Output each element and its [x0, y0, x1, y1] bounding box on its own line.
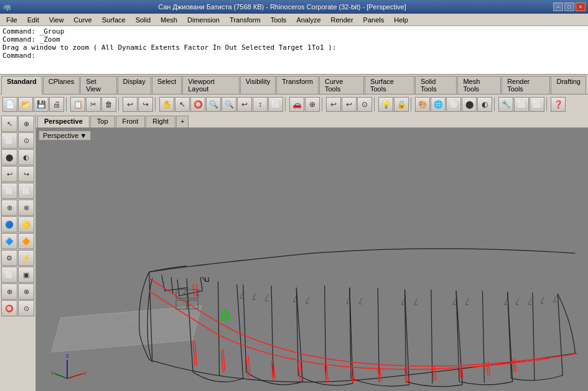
- toolbar-tab-surface-tools[interactable]: Surface Tools: [365, 76, 414, 94]
- left-toolbar-btn-10-1[interactable]: ⊗: [18, 283, 34, 300]
- toolbar-button-13[interactable]: ↖: [175, 97, 190, 112]
- close-button[interactable]: ×: [576, 2, 586, 11]
- menu-item-dimension[interactable]: Dimension: [182, 15, 225, 25]
- svg-text:X: X: [83, 370, 86, 376]
- left-toolbar-btn-2-0[interactable]: ⬤: [1, 149, 17, 165]
- toolbar-button-12[interactable]: ✋: [159, 97, 174, 112]
- toolbar-tab-cplanes[interactable]: CPlanes: [43, 76, 80, 94]
- left-toolbar-btn-11-0[interactable]: ⭕: [1, 300, 17, 316]
- menu-item-tools[interactable]: Tools: [266, 15, 292, 25]
- toolbar-button-24[interactable]: ↩: [326, 97, 341, 112]
- toolbar-button-37[interactable]: 🔧: [498, 97, 513, 112]
- left-toolbar-btn-1-1[interactable]: ⊙: [18, 132, 34, 149]
- toolbar-button-31[interactable]: 🎨: [415, 97, 430, 112]
- menu-item-transform[interactable]: Transform: [225, 15, 266, 25]
- viewport-tab-right[interactable]: Right: [146, 116, 175, 127]
- left-toolbar-btn-9-1[interactable]: ▣: [18, 267, 34, 283]
- menu-item-render[interactable]: Render: [326, 15, 358, 25]
- toolbar-tab-set-view[interactable]: Set View: [80, 76, 116, 94]
- left-toolbar-btn-6-1[interactable]: 🟡: [18, 216, 34, 232]
- left-toolbar-btn-5-1[interactable]: ⊗: [18, 200, 34, 216]
- toolbar-tab-select[interactable]: Select: [152, 76, 182, 94]
- toolbar-tab-visibility[interactable]: Visibility: [240, 76, 276, 94]
- toolbar-button-5[interactable]: 📋: [70, 97, 85, 112]
- left-toolbar-btn-3-0[interactable]: ↩: [1, 166, 17, 182]
- left-toolbar-btn-3-1[interactable]: ↪: [18, 166, 34, 182]
- left-toolbar-btn-0-0[interactable]: ↖: [1, 116, 17, 132]
- toolbar-button-41[interactable]: ❓: [551, 97, 566, 112]
- left-toolbar-btn-2-1[interactable]: ◐: [18, 149, 34, 165]
- left-toolbar-btn-8-0[interactable]: ⚙: [1, 250, 17, 266]
- toolbar-tab-render-tools[interactable]: Render Tools: [502, 76, 550, 94]
- viewport-tab-add[interactable]: +: [176, 116, 189, 127]
- viewport-tab-top[interactable]: Top: [90, 116, 115, 127]
- menu-item-panels[interactable]: Panels: [358, 15, 390, 25]
- toolbar-button-16[interactable]: 🔍: [222, 97, 236, 112]
- left-toolbar-btn-7-1[interactable]: 🔶: [18, 233, 34, 249]
- viewport-tab-front[interactable]: Front: [116, 116, 146, 127]
- toolbar-button-9[interactable]: ↩: [123, 97, 138, 112]
- viewport-canvas[interactable]: Perspective ▼: [36, 128, 588, 391]
- left-toolbar-btn-9-0[interactable]: ⬜: [1, 267, 17, 283]
- toolbar-button-34[interactable]: ⬤: [462, 97, 477, 112]
- toolbar-button-15[interactable]: 🔍: [206, 97, 221, 112]
- maximize-button[interactable]: □: [564, 2, 574, 11]
- menu-item-surface[interactable]: Surface: [97, 15, 131, 25]
- toolbar-button-39[interactable]: ⬜: [530, 97, 544, 112]
- axis-indicator: Z X Y: [49, 347, 86, 385]
- left-toolbar-btn-5-0[interactable]: ⊕: [1, 200, 17, 216]
- toolbar-button-25[interactable]: ↩: [342, 97, 357, 112]
- minimize-button[interactable]: −: [553, 2, 563, 11]
- toolbar-button-7[interactable]: 🗑: [101, 97, 116, 112]
- toolbar-button-18[interactable]: ↕: [253, 97, 268, 112]
- left-toolbar-btn-10-0[interactable]: ⊕: [1, 283, 17, 300]
- menu-item-analyze[interactable]: Analyze: [291, 15, 325, 25]
- menu-item-solid[interactable]: Solid: [131, 15, 156, 25]
- toolbar-button-2[interactable]: 💾: [34, 97, 49, 112]
- toolbar-button-10[interactable]: ↪: [138, 97, 153, 112]
- toolbar-button-3[interactable]: 🖨: [49, 97, 64, 112]
- toolbar-button-26[interactable]: ⊙: [357, 97, 372, 112]
- toolbar-tab-curve-tools[interactable]: Curve Tools: [319, 76, 364, 94]
- toolbar-tab-transform[interactable]: Transform: [276, 76, 319, 94]
- menu-item-curve[interactable]: Curve: [68, 15, 96, 25]
- toolbar-button-6[interactable]: ✂: [86, 97, 101, 112]
- toolbar-button-1[interactable]: 📂: [18, 97, 33, 112]
- left-toolbar-btn-4-1[interactable]: ⬜: [18, 183, 34, 199]
- toolbar-button-38[interactable]: ⬜: [514, 97, 529, 112]
- toolbar-tab-solid-tools[interactable]: Solid Tools: [415, 76, 457, 94]
- left-toolbar-btn-7-0[interactable]: 🔷: [1, 233, 17, 249]
- viewport-label[interactable]: Perspective ▼: [39, 131, 91, 140]
- toolbar-button-22[interactable]: ⊕: [305, 97, 320, 112]
- left-toolbar-btn-0-1[interactable]: ⊕: [18, 116, 34, 132]
- toolbar-button-21[interactable]: 🚗: [289, 97, 304, 112]
- toolbar-button-14[interactable]: ⭕: [190, 97, 205, 112]
- toolbar-tab-drafting[interactable]: Drafting: [551, 76, 586, 94]
- menu-item-file[interactable]: File: [1, 15, 22, 25]
- viewport-tab-perspective[interactable]: Perspective: [37, 116, 90, 127]
- left-toolbar-btn-6-0[interactable]: 🔵: [1, 216, 17, 232]
- toolbar-tab-standard[interactable]: Standard: [1, 76, 42, 94]
- menu-item-view[interactable]: View: [44, 15, 69, 25]
- left-toolbar-btn-8-1[interactable]: ⚡: [18, 250, 34, 266]
- toolbar-button-17[interactable]: ↩: [237, 97, 252, 112]
- toolbar-button-33[interactable]: ⚪: [446, 97, 461, 112]
- toolbar-button-19[interactable]: ⬜: [268, 97, 283, 112]
- toolbar-tab-display[interactable]: Display: [118, 76, 151, 94]
- svg-line-48: [67, 374, 83, 379]
- menu-item-edit[interactable]: Edit: [22, 15, 44, 25]
- toolbar-tab-mesh-tools[interactable]: Mesh Tools: [457, 76, 501, 94]
- menu-item-mesh[interactable]: Mesh: [156, 15, 182, 25]
- menu-item-help[interactable]: Help: [389, 15, 413, 25]
- left-toolbar-btn-1-0[interactable]: ⬜: [1, 132, 17, 149]
- left-toolbar-btn-4-0[interactable]: ⬜: [1, 183, 17, 199]
- toolbar-button-0[interactable]: 📄: [2, 97, 17, 112]
- toolbar-button-28[interactable]: 💡: [378, 97, 393, 112]
- toolbar-tab-viewport-layout[interactable]: Viewport Layout: [182, 76, 239, 94]
- toolbar-button-35[interactable]: ◐: [477, 97, 492, 112]
- left-toolbar-btn-11-1[interactable]: ⊙: [18, 300, 34, 316]
- command-line: Command: _Zoom: [2, 35, 586, 44]
- toolbar-separator: [494, 98, 497, 111]
- toolbar-button-29[interactable]: 🔒: [394, 97, 409, 112]
- toolbar-button-32[interactable]: 🌐: [431, 97, 446, 112]
